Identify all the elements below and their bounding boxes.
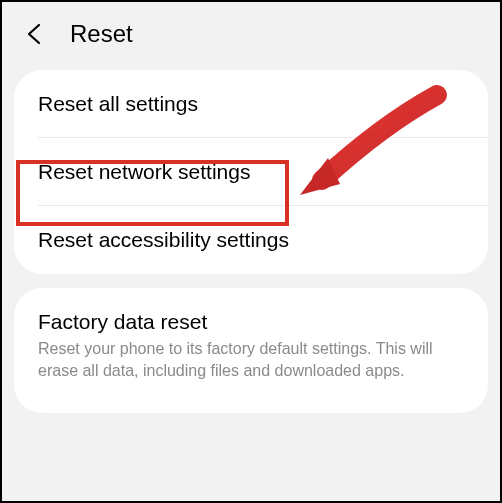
reset-options-card: Reset all settings Reset network setting… [14,70,488,274]
back-icon[interactable] [22,22,46,46]
factory-data-reset[interactable]: Factory data reset Reset your phone to i… [14,288,488,413]
reset-network-settings[interactable]: Reset network settings [14,138,488,206]
item-title: Factory data reset [38,310,464,334]
factory-reset-card: Factory data reset Reset your phone to i… [14,288,488,413]
item-title: Reset network settings [38,160,464,184]
item-subtitle: Reset your phone to its factory default … [38,338,464,383]
page-title: Reset [70,20,133,48]
header: Reset [2,2,500,64]
item-title: Reset accessibility settings [38,228,464,252]
item-title: Reset all settings [38,92,464,116]
reset-accessibility-settings[interactable]: Reset accessibility settings [14,206,488,274]
reset-all-settings[interactable]: Reset all settings [14,70,488,138]
